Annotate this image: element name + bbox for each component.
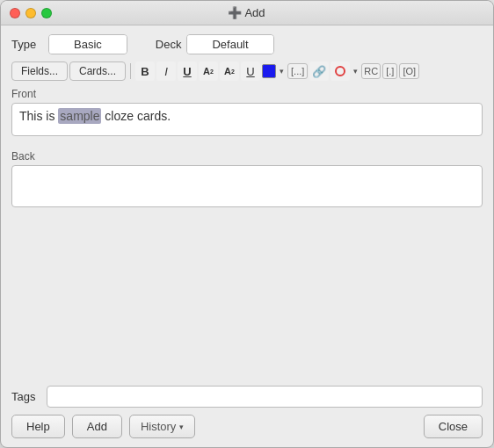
superscript-button[interactable]: A2 [199,61,218,81]
title-bar: ➕ Add [1,1,493,25]
maximize-traffic-light[interactable] [41,8,52,18]
cards-button[interactable]: Cards... [69,61,126,81]
front-label: Front [11,88,483,100]
attach-button[interactable]: 🔗 [309,61,329,81]
window-title: Add [244,6,265,19]
bottom-left: Help Add History ▾ [11,415,195,438]
spacer [11,214,483,386]
subscript-button[interactable]: A2 [220,61,239,81]
record-dropdown-arrow[interactable]: ▾ [352,67,360,76]
close-traffic-light[interactable] [10,8,20,18]
add-button[interactable]: Add [72,415,122,438]
ellipsis-button[interactable]: [...] [287,63,308,79]
title-bar-content: ➕ Add [229,6,265,19]
main-content: Type Basic Deck Default Fields... Cards.… [1,25,493,447]
type-row: Type Basic Deck Default [11,34,483,54]
tags-row: Tags [11,386,483,408]
type-label: Type [11,38,43,51]
toolbar-divider-1 [130,63,131,79]
front-field-container: This is sample cloze cards. [11,103,483,143]
rc-button[interactable]: RC [361,63,381,79]
tags-label: Tags [11,390,41,403]
add-icon: ➕ [229,7,241,19]
history-button[interactable]: History ▾ [129,415,195,438]
main-window: ➕ Add Type Basic Deck Default Fields... … [0,0,494,448]
toolbar-row: Fields... Cards... B I U A2 A2 U ▾ [...]… [11,61,483,81]
underline-special-button[interactable]: U [241,61,260,81]
color-dropdown-arrow[interactable]: ▾ [278,67,286,76]
deck-label: Deck [156,38,182,51]
traffic-lights [10,8,52,18]
deck-selector: Default [186,34,273,54]
deck-option-default[interactable]: Default [187,35,272,54]
history-label: History [141,420,176,433]
fields-button[interactable]: Fields... [11,61,68,81]
bracket-button[interactable]: [.] [382,63,397,79]
type-selector: Basic [48,34,127,54]
bottom-row: Help Add History ▾ Close [11,415,483,438]
close-button[interactable]: Close [424,415,483,438]
record-circle [335,66,345,76]
type-option-basic[interactable]: Basic [49,35,127,54]
front-input[interactable]: This is sample cloze cards. [11,103,483,136]
italic-button[interactable]: I [156,61,176,81]
square-bracket-button[interactable]: [O] [399,63,419,79]
sample-highlight: sample [58,108,101,124]
underline-button[interactable]: U [178,61,197,81]
history-arrow: ▾ [179,423,184,431]
bold-button[interactable]: B [135,61,155,81]
record-button[interactable] [331,61,350,81]
back-input[interactable] [11,165,483,207]
minimize-traffic-light[interactable] [25,8,36,18]
back-label: Back [11,150,483,163]
help-button[interactable]: Help [11,415,65,438]
tags-input[interactable] [47,386,483,408]
color-button[interactable] [262,64,276,78]
